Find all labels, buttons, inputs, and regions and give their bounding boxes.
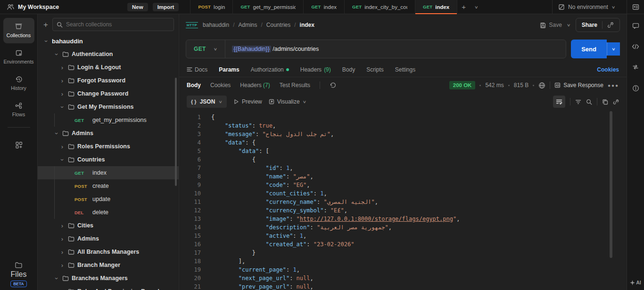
request-tab[interactable]: GETindex	[303, 0, 344, 14]
request-row[interactable]: GETindex	[38, 166, 179, 179]
sidebar-scrollbar[interactable]	[175, 78, 177, 186]
request-row[interactable]: DELdelete	[38, 206, 179, 219]
tab-params[interactable]: Params	[219, 66, 239, 73]
response-scrollbar[interactable]	[610, 111, 612, 258]
response-history-icon[interactable]	[330, 82, 336, 89]
info-icon[interactable]	[632, 85, 639, 92]
environment-quick-look-icon[interactable]	[627, 0, 644, 14]
tab-body[interactable]: Body	[342, 66, 355, 73]
search-collections-box[interactable]	[52, 18, 174, 31]
folder-row[interactable]: ›Get My Permissions	[38, 100, 179, 113]
folder-row[interactable]: ›Countries	[38, 153, 179, 166]
import-button[interactable]: Import	[153, 3, 179, 11]
request-row[interactable]: GETget_my_permissions	[38, 113, 179, 127]
expand-chevron-icon[interactable]: ›	[59, 288, 65, 290]
expand-chevron-icon[interactable]: ›	[59, 90, 65, 97]
network-info-icon[interactable]	[538, 82, 545, 89]
tab-settings[interactable]: Settings	[395, 66, 415, 73]
request-tab[interactable]: GETindex_city_by_cou	[344, 0, 415, 14]
sidebar-item-flows[interactable]: Flows	[3, 97, 34, 122]
request-tab[interactable]: GETindex	[415, 0, 457, 14]
folder-row[interactable]: ›All Branchs Managers	[38, 245, 179, 258]
url-variable-chip[interactable]: {{Bahauddin}}	[232, 46, 271, 52]
add-tab-icon[interactable]: +	[457, 3, 470, 11]
expand-chevron-icon[interactable]: ›	[53, 275, 60, 281]
expand-chevron-icon[interactable]: ›	[59, 222, 65, 229]
folder-row[interactable]: ›Cities	[38, 219, 179, 232]
code-icon[interactable]	[632, 44, 639, 49]
method-dropdown[interactable]: GET ∨	[186, 40, 225, 58]
response-url-link[interactable]: http://127.0.0.1:8000/storage/flags/egyp…	[300, 216, 453, 222]
collection-row[interactable]: ›bahauddin	[38, 34, 179, 48]
response-size[interactable]: 815 B	[514, 82, 528, 89]
response-more-icon[interactable]: ●●●	[608, 83, 619, 88]
tab-list-chevron-icon[interactable]: ∨	[470, 5, 483, 9]
expand-chevron-icon[interactable]: ›	[53, 51, 60, 57]
new-button[interactable]: New	[127, 3, 148, 11]
environment-selector[interactable]: No environment ∨	[552, 0, 627, 14]
expand-chevron-icon[interactable]: ›	[53, 130, 60, 136]
expand-chevron-icon[interactable]: ›	[59, 64, 65, 71]
tab-headers[interactable]: Headers(9)	[300, 66, 331, 73]
expand-chevron-icon[interactable]: ›	[59, 249, 65, 256]
folder-row[interactable]: ›Login & Logout	[38, 61, 179, 74]
send-options-chevron-icon[interactable]: ∨	[607, 42, 620, 56]
request-row[interactable]: POSTupdate	[38, 193, 179, 206]
expand-chevron-icon[interactable]: ›	[59, 235, 65, 242]
folder-row[interactable]: ›Forgot Password	[38, 74, 179, 87]
folder-row[interactable]: ›Admins	[38, 127, 179, 140]
expand-chevron-icon[interactable]: ›	[59, 104, 66, 110]
link-icon[interactable]	[613, 99, 619, 105]
request-tab[interactable]: POSTlogin	[190, 0, 232, 14]
folder-row[interactable]: ›Admins	[38, 232, 179, 245]
breadcrumb-current[interactable]: index	[300, 22, 314, 28]
request-tab[interactable]: GETget_my_permissic	[232, 0, 303, 14]
breadcrumb-item[interactable]: Admins	[239, 22, 257, 28]
breadcrumb-item[interactable]: Countries	[266, 22, 290, 28]
tab-authorization[interactable]: Authorization	[251, 66, 289, 73]
format-dropdown[interactable]: { } JSON ∨	[187, 96, 227, 108]
expand-chevron-icon[interactable]: ›	[43, 38, 50, 44]
filter-icon[interactable]	[575, 99, 581, 105]
workspace-name[interactable]: My Workspace	[18, 4, 59, 10]
sidebar-item-environments[interactable]: Environments	[3, 44, 34, 70]
send-button[interactable]: Send ∨	[571, 40, 620, 58]
comments-icon[interactable]	[632, 23, 639, 29]
request-row[interactable]: POSTcreate	[38, 179, 179, 193]
wrap-text-icon[interactable]	[553, 96, 565, 108]
expand-chevron-icon[interactable]: ›	[59, 77, 65, 84]
sidebar-item-collections[interactable]: Collections	[3, 18, 34, 43]
folder-row[interactable]: ›Change Password	[38, 87, 179, 100]
response-time[interactable]: 542 ms	[485, 82, 504, 89]
response-tab-test-results[interactable]: Test Results	[280, 82, 310, 89]
folder-row[interactable]: ›Roles Permissions	[38, 140, 179, 153]
visualize-button[interactable]: Visualize ∨	[269, 98, 307, 105]
preview-button[interactable]: Preview	[233, 98, 262, 105]
url-input[interactable]: {{Bahauddin}} /admins/countries	[225, 46, 325, 52]
search-response-icon[interactable]	[586, 99, 592, 105]
response-tab-body[interactable]: Body	[187, 82, 201, 89]
files-icon[interactable]	[15, 262, 23, 268]
breadcrumb-item[interactable]: bahauddin	[203, 22, 229, 28]
add-tools-button[interactable]	[3, 132, 34, 158]
share-button[interactable]: Share	[576, 18, 620, 32]
tab-scripts[interactable]: Scripts	[366, 66, 384, 73]
folder-row[interactable]: ›Branch Manger	[38, 258, 179, 272]
copy-icon[interactable]	[602, 99, 608, 105]
folder-row[interactable]: ›Authentication	[38, 48, 179, 61]
folder-row[interactable]: ›Roles And Permissios Branch	[38, 285, 179, 290]
response-tab-headers[interactable]: Headers (7)	[240, 82, 270, 89]
response-body-json[interactable]: 1{2"status": true,3"message": "تم جلب ال…	[179, 110, 627, 290]
search-collections-input[interactable]	[66, 21, 170, 28]
save-options-chevron-icon[interactable]: ∨	[567, 23, 571, 27]
response-tab-cookies[interactable]: Cookies	[210, 82, 231, 89]
sidebar-item-history[interactable]: History	[3, 71, 34, 96]
tab-docs[interactable]: Docs	[187, 66, 207, 73]
related-requests-icon[interactable]	[632, 64, 639, 70]
new-collection-icon[interactable]: +	[43, 21, 48, 29]
expand-chevron-icon[interactable]: ›	[59, 157, 66, 162]
save-response-button[interactable]: Save Response	[554, 82, 603, 89]
status-badge[interactable]: 200 OK	[449, 81, 476, 89]
postbot-ai-icon[interactable]: AI	[630, 280, 641, 285]
folder-row[interactable]: ›Branches Managers	[38, 272, 179, 285]
